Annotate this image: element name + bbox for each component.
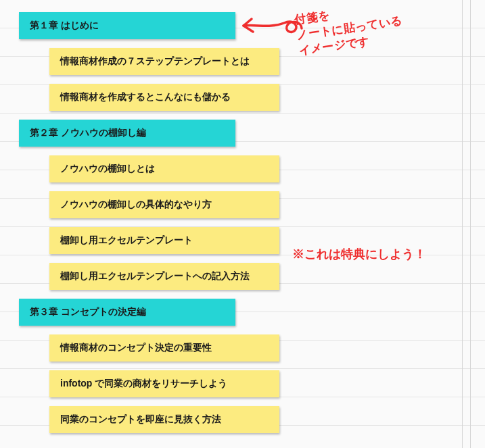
chapter-title: 第２章 ノウハウの棚卸し編 bbox=[30, 127, 146, 139]
sub-title: ノウハウの棚卸しの具体的なやり方 bbox=[60, 199, 212, 211]
sub-title: 情報商材のコンセプト決定の重要性 bbox=[60, 342, 212, 354]
chapter-heading: 第１章 はじめに bbox=[19, 12, 235, 39]
sub-item: 同業のコンセプトを即座に見抜く方法 bbox=[49, 406, 279, 433]
sub-item: 棚卸し用エクセルテンプレートへの記入方法 bbox=[49, 263, 279, 290]
chapter-heading: 第３章 コンセプトの決定編 bbox=[19, 299, 235, 326]
sub-item: 棚卸し用エクセルテンプレート bbox=[49, 227, 279, 254]
sub-title: 同業のコンセプトを即座に見抜く方法 bbox=[60, 414, 221, 426]
sub-title: 情報商材を作成するとこんなにも儲かる bbox=[60, 91, 231, 103]
chapter-group-2: 第２章 ノウハウの棚卸し編 ノウハウの棚卸しとは ノウハウの棚卸しの具体的なやり… bbox=[19, 120, 485, 290]
chapter-title: 第１章 はじめに bbox=[30, 20, 99, 32]
sub-title: 情報商材作成の７ステップテンプレートとは bbox=[60, 55, 250, 68]
sub-item: 情報商材作成の７ステップテンプレートとは bbox=[49, 48, 279, 75]
outline: 第１章 はじめに 情報商材作成の７ステップテンプレートとは 情報商材を作成すると… bbox=[0, 0, 485, 433]
sub-item: 情報商材を作成するとこんなにも儲かる bbox=[49, 84, 279, 111]
sub-title: 棚卸し用エクセルテンプレート bbox=[60, 234, 193, 247]
chapter-heading: 第２章 ノウハウの棚卸し編 bbox=[19, 120, 235, 147]
chapter-group-3: 第３章 コンセプトの決定編 情報商材のコンセプト決定の重要性 infotop で… bbox=[19, 299, 485, 433]
sub-item: ノウハウの棚卸しの具体的なやり方 bbox=[49, 191, 279, 218]
sub-title: ノウハウの棚卸しとは bbox=[60, 163, 155, 175]
chapter-group-1: 第１章 はじめに 情報商材作成の７ステップテンプレートとは 情報商材を作成すると… bbox=[19, 12, 485, 111]
sub-item: 情報商材のコンセプト決定の重要性 bbox=[49, 334, 279, 362]
sub-title: 棚卸し用エクセルテンプレートへの記入方法 bbox=[60, 270, 250, 282]
sub-title: infotop で同業の商材をリサーチしよう bbox=[60, 378, 227, 390]
chapter-title: 第３章 コンセプトの決定編 bbox=[30, 306, 146, 318]
sub-item: infotop で同業の商材をリサーチしよう bbox=[49, 370, 279, 397]
sub-item: ノウハウの棚卸しとは bbox=[49, 155, 279, 182]
